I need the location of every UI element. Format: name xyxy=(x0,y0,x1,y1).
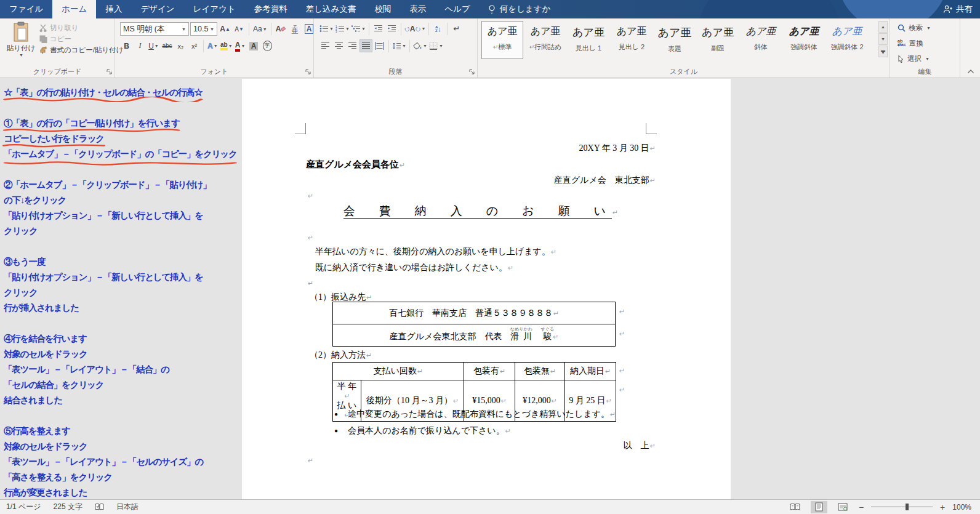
tab-help[interactable]: ヘルプ xyxy=(435,0,479,18)
pay-count-header-cell[interactable]: 支払い回数↵ xyxy=(333,363,464,380)
justify-button[interactable] xyxy=(359,39,372,52)
paragraph-dialog-launcher[interactable] xyxy=(469,69,475,75)
paste-button[interactable]: 貼り付け ▼ xyxy=(6,22,36,67)
grow-font-glyph: A xyxy=(220,25,225,33)
multilevel-list-button[interactable]: ▼ xyxy=(351,22,366,35)
zoom-in-button[interactable]: + xyxy=(940,502,945,512)
paragraph-mark: ↵ xyxy=(307,191,313,201)
borders-button[interactable]: ▼ xyxy=(428,39,444,52)
text-effects-button[interactable]: A▼ xyxy=(206,39,219,52)
format-painter-button[interactable]: 書式のコピー/貼り付け xyxy=(39,46,124,55)
align-right-button[interactable] xyxy=(346,39,359,52)
bold-button[interactable]: B xyxy=(120,39,133,52)
styles-scroll-down-button[interactable]: ▼ xyxy=(878,33,888,45)
phonetic-guide-button[interactable]: ア亜 xyxy=(289,23,302,36)
font-color-button[interactable]: A▼ xyxy=(234,39,247,52)
shrink-font-button[interactable]: A▼ xyxy=(233,23,246,36)
align-center-button[interactable] xyxy=(332,39,345,52)
style-italic[interactable]: あア亜斜体 xyxy=(740,21,782,59)
font-name-combo[interactable]: MS 明朝 (本▼ xyxy=(120,22,189,36)
styles-more-button[interactable]: ▬▼ xyxy=(878,46,888,57)
line-spacing-button[interactable]: ▼ xyxy=(392,39,407,52)
print-layout-button[interactable] xyxy=(811,501,827,513)
zoom-slider[interactable] xyxy=(871,507,933,507)
web-layout-button[interactable] xyxy=(835,501,851,513)
tab-references[interactable]: 参考資料 xyxy=(245,0,297,18)
bullet-icon: ● xyxy=(334,427,338,434)
cut-button[interactable]: 切り取り xyxy=(39,23,124,33)
change-case-button[interactable]: Aa▼ xyxy=(252,23,268,36)
zoom-out-button[interactable]: − xyxy=(859,502,864,512)
word-count-indicator[interactable]: 225 文字 xyxy=(54,502,82,512)
decrease-indent-button[interactable] xyxy=(372,22,385,35)
style-intense-italic-2[interactable]: あア亜強調斜体 2 xyxy=(826,21,868,59)
increase-indent-button[interactable] xyxy=(385,22,398,35)
read-mode-button[interactable] xyxy=(787,501,803,513)
highlight-color-button[interactable]: ab▼ xyxy=(220,39,233,52)
enclose-character-button[interactable]: 字 xyxy=(261,39,274,52)
wrapped-header-cell[interactable]: 包装有↵ xyxy=(464,363,515,380)
style-label: 強調斜体 2 xyxy=(827,42,867,52)
copy-button[interactable]: コピー xyxy=(39,34,124,44)
tab-view[interactable]: 表示 xyxy=(400,0,435,18)
styles-scroll-up-button[interactable]: ▲ xyxy=(878,21,888,33)
font-size-combo[interactable]: 10.5▼ xyxy=(190,22,217,36)
style-heading2[interactable]: あア亜見出し 2 xyxy=(611,21,653,59)
unwrapped-header-cell[interactable]: 包装無↵ xyxy=(515,363,565,380)
bank-table[interactable]: 百七銀行 華南支店 普通５３８９８８８↵ 産直グルメ会東北支部 代表 滑 川なめ… xyxy=(332,302,616,347)
font-dialog-launcher[interactable] xyxy=(305,69,311,75)
tab-review[interactable]: 校閲 xyxy=(365,0,400,18)
tab-home[interactable]: ホーム xyxy=(52,0,96,18)
find-button[interactable]: 検索▼ xyxy=(898,22,960,34)
bullet-icon: ● xyxy=(334,411,338,417)
note-line: ②「ホームタブ」－「クリップボード」－「貼り付け」 xyxy=(4,177,238,193)
tab-mailings[interactable]: 差し込み文書 xyxy=(297,0,366,18)
page-count-indicator[interactable]: 1/1 ページ xyxy=(6,502,41,512)
language-indicator[interactable]: 日本語 xyxy=(116,502,139,512)
bank-cell[interactable]: 百七銀行 華南支店 普通５３８９８８８↵ xyxy=(333,302,616,324)
due-date-header-cell[interactable]: 納入期日↵ xyxy=(565,363,616,380)
clear-formatting-button[interactable]: A xyxy=(275,23,287,36)
tab-insert[interactable]: 挿入 xyxy=(96,0,131,18)
representative-cell[interactable]: 産直グルメ会東北支部 代表 滑 川なめりかわ駿すぐる↵ xyxy=(333,324,616,347)
style-intense-italic[interactable]: あア亜強調斜体 xyxy=(783,21,825,59)
paste-dropdown-arrow[interactable]: ▼ xyxy=(7,53,36,57)
distribute-button[interactable] xyxy=(373,39,386,52)
show-editing-marks-button[interactable]: ↵ xyxy=(450,22,463,35)
strikethrough-button[interactable]: abc xyxy=(161,39,174,52)
subscript-button[interactable]: x₂ xyxy=(174,39,187,52)
zoom-slider-thumb[interactable] xyxy=(906,504,909,510)
sort-button[interactable]: AZ↓ xyxy=(432,22,444,35)
numbering-button[interactable]: 123▼ xyxy=(335,22,350,35)
style-subtitle[interactable]: あア亜副題 xyxy=(697,21,739,59)
zoom-level-indicator[interactable]: 100% xyxy=(952,503,971,512)
tell-me-box[interactable]: 何をしますか xyxy=(480,0,560,18)
style-title[interactable]: あア亜表題 xyxy=(654,21,696,59)
replace-button[interactable]: ab⇄ac 置換 xyxy=(898,37,960,49)
tab-design[interactable]: デザイン xyxy=(131,0,183,18)
collapse-ribbon-button[interactable] xyxy=(967,69,974,74)
share-button[interactable]: 共有 xyxy=(943,0,973,18)
style-normal[interactable]: あア亜↵標準 xyxy=(481,21,523,59)
document-page[interactable]: 20XY 年 3 月 30 日↵ 産直グルメ会会員各位↵ 産直グルメ会 東北支部… xyxy=(242,79,731,499)
align-left-button[interactable] xyxy=(319,39,332,52)
bullets-button[interactable]: ▼ xyxy=(319,22,334,35)
shading-button[interactable]: ▼ xyxy=(412,39,428,52)
italic-button[interactable]: I xyxy=(134,39,147,52)
superscript-button[interactable]: x² xyxy=(188,39,201,52)
tab-layout[interactable]: レイアウト xyxy=(184,0,245,18)
note-line: ☆「表」の行の貼り付け・セルの結合・セルの行高☆ xyxy=(4,85,238,100)
paragraph-group-label: 段落 xyxy=(314,67,477,76)
select-button[interactable]: 選択▼ xyxy=(898,52,960,65)
proofing-status-icon[interactable] xyxy=(95,503,104,511)
grow-font-button[interactable]: A▲ xyxy=(219,23,231,36)
style-heading1[interactable]: あア亜見出し 1 xyxy=(568,21,609,59)
tab-file[interactable]: ファイル xyxy=(0,0,52,18)
clipboard-dialog-launcher[interactable] xyxy=(106,69,113,75)
underline-button[interactable]: U▼ xyxy=(147,39,160,52)
character-shading-button[interactable]: A xyxy=(247,39,260,52)
paragraph-mark: ↵ xyxy=(307,278,313,288)
asian-layout-button[interactable]: ⭯A⭮▼ xyxy=(404,22,427,35)
style-no-spacing[interactable]: あア亜↵行間詰め xyxy=(524,21,566,59)
doc-body-line: 半年払いの方々に、後期分の納入のお願いを申し上げます。↵ xyxy=(315,246,556,257)
